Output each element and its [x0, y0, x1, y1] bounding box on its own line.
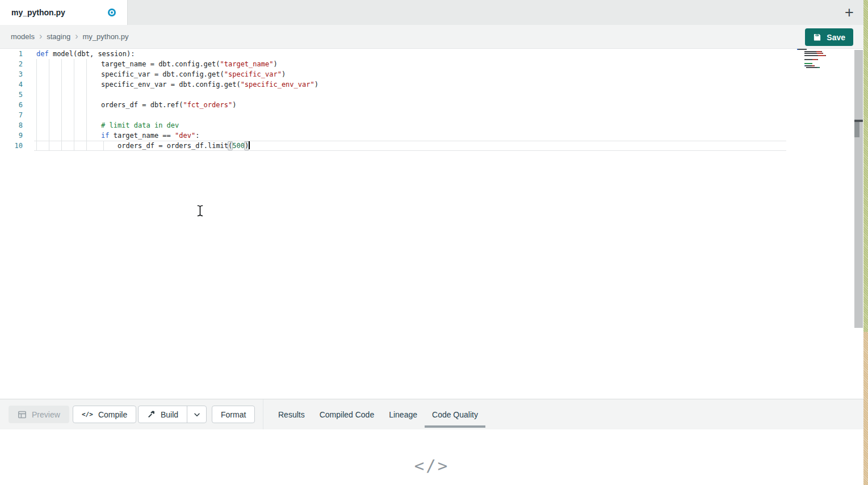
- floppy-disk-icon: [813, 33, 821, 41]
- code-line[interactable]: 9if target_name == "dev":: [0, 130, 863, 141]
- breadcrumb-staging[interactable]: staging: [47, 32, 70, 41]
- save-button-label: Save: [827, 33, 845, 42]
- code-empty-state-icon: </>: [414, 439, 449, 475]
- breadcrumb-separator: ›: [75, 32, 78, 42]
- desktop-background-strip: [863, 332, 868, 485]
- code-line[interactable]: 5: [0, 90, 863, 100]
- build-button[interactable]: Build: [139, 406, 187, 423]
- results-panel: </>: [0, 429, 863, 485]
- tab-label: Lineage: [389, 410, 417, 419]
- panel-tabs: ResultsCompiled CodeLineageCode Quality: [271, 399, 485, 429]
- code-line[interactable]: 2target_name = dbt.config.get("target_na…: [0, 59, 863, 69]
- code-brackets-icon: </>: [82, 411, 93, 418]
- file-tab-label: my_python.py: [11, 8, 65, 17]
- unsaved-changes-icon: [108, 9, 116, 16]
- breadcrumb-file[interactable]: my_python.py: [83, 32, 129, 41]
- editor-scrollbar[interactable]: [854, 50, 863, 328]
- line-number: 8: [0, 120, 23, 130]
- scrollbar-thumb[interactable]: [854, 122, 859, 137]
- code-line[interactable]: 1def model(dbt, session):: [0, 49, 863, 59]
- save-button[interactable]: Save: [805, 28, 853, 46]
- code-editor[interactable]: 1def model(dbt, session):2target_name = …: [0, 49, 863, 399]
- minimap[interactable]: [797, 49, 837, 74]
- code-line[interactable]: 10orders_df = orders_df.limit(500): [0, 141, 863, 151]
- breadcrumb: models › staging › my_python.py: [11, 25, 128, 48]
- line-number: 1: [0, 49, 23, 59]
- tab-label: Compiled Code: [320, 410, 375, 419]
- active-tab-indicator: [425, 425, 485, 428]
- breadcrumb-bar: models › staging › my_python.py Save: [0, 25, 863, 49]
- code-line[interactable]: 8# limit data in dev: [0, 120, 863, 130]
- build-options-button[interactable]: [187, 406, 206, 423]
- format-button[interactable]: Format: [212, 406, 255, 423]
- tab-compiled-code[interactable]: Compiled Code: [312, 399, 382, 429]
- new-tab-button[interactable]: +: [841, 0, 858, 25]
- line-number: 2: [0, 59, 23, 69]
- chevron-down-icon: [193, 411, 201, 419]
- tab-label: Results: [278, 410, 305, 419]
- tab-label: Code Quality: [432, 410, 478, 419]
- tab-results[interactable]: Results: [271, 399, 312, 429]
- table-icon: [18, 410, 27, 419]
- code-line[interactable]: 6orders_df = dbt.ref("fct_orders"): [0, 100, 863, 110]
- compile-button-label: Compile: [98, 410, 127, 419]
- editor-toolbar: Preview </> Compile Build Format Re: [0, 399, 863, 429]
- tab-bar: my_python.py +: [0, 0, 863, 25]
- build-button-label: Build: [161, 410, 178, 419]
- file-tab-my-python[interactable]: my_python.py: [0, 0, 128, 25]
- format-button-label: Format: [221, 410, 246, 419]
- preview-button[interactable]: Preview: [9, 406, 69, 423]
- text-caret: [249, 141, 250, 149]
- tab-code-quality[interactable]: Code Quality: [425, 399, 485, 429]
- hammer-icon: [147, 410, 156, 419]
- tab-lineage[interactable]: Lineage: [381, 399, 425, 429]
- breadcrumb-models[interactable]: models: [11, 32, 35, 41]
- line-number: 3: [0, 69, 23, 79]
- build-split-button: Build: [138, 406, 207, 423]
- line-number: 4: [0, 79, 23, 90]
- line-number: 9: [0, 130, 23, 141]
- toolbar-divider: [263, 399, 263, 429]
- breadcrumb-separator: ›: [39, 32, 42, 42]
- desktop-background-strip: [863, 0, 868, 332]
- code-line[interactable]: 3specific_var = dbt.config.get("specific…: [0, 69, 863, 79]
- line-number: 7: [0, 110, 23, 120]
- preview-button-label: Preview: [32, 410, 60, 419]
- code-line[interactable]: 7: [0, 110, 863, 120]
- code-line[interactable]: 4specific_env_var = dbt.config.get("spec…: [0, 79, 863, 90]
- line-number: 6: [0, 100, 23, 110]
- code-lines: 1def model(dbt, session):2target_name = …: [0, 49, 863, 151]
- line-number: 10: [0, 141, 23, 151]
- line-number: 5: [0, 90, 23, 100]
- compile-button[interactable]: </> Compile: [73, 406, 136, 423]
